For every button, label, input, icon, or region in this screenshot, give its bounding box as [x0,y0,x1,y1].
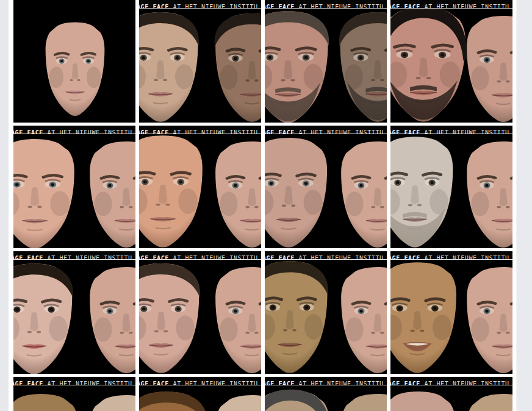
average-face [207,139,261,248]
person-face [332,10,387,123]
face-tile-r2c3[interactable]: AGE FACE AT HET NIEUWE INSTITU [265,126,387,248]
banner-text: AGE FACE AT HET NIEUWE INSTITU [390,380,509,385]
faces-area [265,251,387,374]
average-face [459,265,512,374]
faces-area [390,0,512,123]
face-tile-r1c4[interactable]: AGE FACE AT HET NIEUWE INSTITU [390,0,512,123]
tile-banner: AGE FACE AT HET NIEUWE INSTITU [139,377,261,385]
tile-banner: AGE FACE AT HET NIEUWE INSTITU [265,251,387,260]
person-face [265,388,338,411]
tile-banner: AGE FACE AT HET NIEUWE INSTITU [390,377,512,385]
face-tile-r2c4[interactable]: AGE FACE AT HET NIEUWE INSTITU [390,126,512,248]
thumbnail-grid: AGE FACE AT HET NIEUWE INSTITU AGE FACE … [13,0,512,411]
person-face [139,261,207,374]
face-tile-r4c4[interactable]: AGE FACE AT HET NIEUWE INSTITU [390,377,512,411]
person-face [139,389,215,411]
person-face [390,260,465,374]
average-face [207,265,261,374]
faces-area [139,126,261,248]
face-tile-r1c3[interactable]: AGE FACE AT HET NIEUWE INSTITU [265,0,387,123]
banner-text: AGE FACE AT HET NIEUWE INSTITU [13,129,132,134]
average-face [39,20,111,120]
average-face [82,265,135,374]
face-tile-r3c4[interactable]: AGE FACE AT HET NIEUWE INSTITU [390,251,512,374]
person-face [207,11,261,123]
banner-text: AGE FACE AT HET NIEUWE INSTITU [265,380,384,385]
average-face [459,391,512,411]
banner-text: AGE FACE AT HET NIEUWE INSTITU [13,254,132,260]
tile-banner: AGE FACE AT HET NIEUWE INSTITU [13,377,135,385]
banner-text: AGE FACE AT HET NIEUWE INSTITU [390,3,509,9]
banner-text: AGE FACE AT HET NIEUWE INSTITU [265,254,384,260]
face-tile-r4c2[interactable]: AGE FACE AT HET NIEUWE INSTITU [139,377,261,411]
banner-text: AGE FACE AT HET NIEUWE INSTITU [139,380,258,385]
tile-banner: AGE FACE AT HET NIEUWE INSTITU [13,251,135,260]
tile-banner: AGE FACE AT HET NIEUWE INSTITU [390,0,512,9]
person-face [265,135,336,248]
tile-banner: AGE FACE AT HET NIEUWE INSTITU [139,126,261,134]
banner-text: AGE FACE AT HET NIEUWE INSTITU [139,254,258,260]
person-face [265,259,336,374]
face-tile-r1c2[interactable]: AGE FACE AT HET NIEUWE INSTITU [139,0,261,123]
page-margin-left [0,0,9,411]
faces-area [13,126,135,248]
average-face [333,139,387,248]
average-face [459,139,512,248]
faces-area [13,251,135,374]
banner-text: AGE FACE AT HET NIEUWE INSTITU [13,380,132,385]
banner-text: AGE FACE AT HET NIEUWE INSTITU [265,3,384,9]
tile-banner: AGE FACE AT HET NIEUWE INSTITU [265,126,387,134]
average-face [459,13,512,123]
tile-banner: AGE FACE AT HET NIEUWE INSTITU [265,377,387,385]
person-face [139,10,206,123]
faces-area [13,0,135,123]
banner-text: AGE FACE AT HET NIEUWE INSTITU [139,3,258,9]
person-face [390,134,461,248]
face-tile-r2c1[interactable]: AGE FACE AT HET NIEUWE INSTITU [13,126,135,248]
face-tile-r3c2[interactable]: AGE FACE AT HET NIEUWE INSTITU [139,251,261,374]
faces-area [139,0,261,123]
face-tile-r4c3[interactable]: AGE FACE AT HET NIEUWE INSTITU [265,377,387,411]
person-face [13,261,81,374]
face-tile-r3c1[interactable]: AGE FACE AT HET NIEUWE INSTITU [13,251,135,374]
person-face [139,133,211,248]
person-face [13,137,83,248]
tile-banner: AGE FACE AT HET NIEUWE INSTITU [390,126,512,134]
person-face [13,391,87,411]
tile-banner: AGE FACE AT HET NIEUWE INSTITU [139,251,261,260]
tile-banner: AGE FACE AT HET NIEUWE INSTITU [265,0,387,9]
banner-text: AGE FACE AT HET NIEUWE INSTITU [390,129,509,134]
faces-area [139,251,261,374]
faces-area [390,126,512,248]
person-face [390,389,464,411]
average-face [82,139,135,248]
face-tile-r2c2[interactable]: AGE FACE AT HET NIEUWE INSTITU [139,126,261,248]
average-face [333,265,387,374]
average-face [207,393,261,411]
average-face [333,391,387,411]
faces-area [265,0,387,123]
banner-text: AGE FACE AT HET NIEUWE INSTITU [139,129,258,134]
banner-text: AGE FACE AT HET NIEUWE INSTITU [265,129,384,134]
face-tile-r3c3[interactable]: AGE FACE AT HET NIEUWE INSTITU [265,251,387,374]
face-tile-r1c1[interactable] [13,0,135,123]
banner-text: AGE FACE AT HET NIEUWE INSTITU [390,254,509,260]
tile-banner: AGE FACE AT HET NIEUWE INSTITU [390,251,512,260]
page-margin-right [516,0,532,411]
face-tile-r4c1[interactable]: AGE FACE AT HET NIEUWE INSTITU [13,377,135,411]
faces-area [265,126,387,248]
tile-banner: AGE FACE AT HET NIEUWE INSTITU [139,0,261,9]
person-face [265,9,337,123]
faces-area [390,251,512,374]
tile-banner: AGE FACE AT HET NIEUWE INSTITU [13,126,135,134]
average-face [82,393,135,411]
content-area: AGE FACE AT HET NIEUWE INSTITU AGE FACE … [9,0,516,411]
